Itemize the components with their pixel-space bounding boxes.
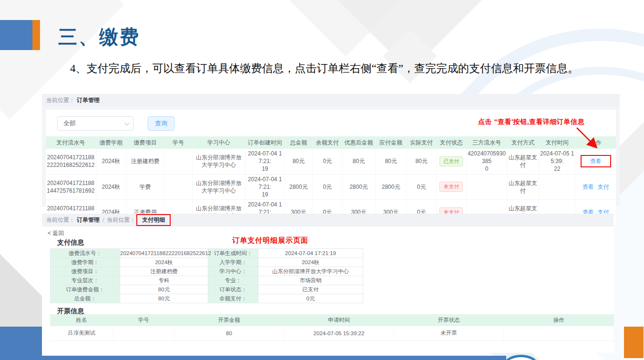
- table-cell: 山东超星支付: [507, 149, 539, 174]
- detail-label: 订单状态：: [208, 285, 258, 294]
- order-management-screenshot: 当前位置： 订单管理 全部 查询 支付流水号缴费学期缴费项目学号学习中心订单创建…: [42, 94, 620, 206]
- column-header: 支付状态: [436, 136, 466, 149]
- detail-row: 缴费流水号：202407041721188222201682522612订单生成…: [51, 249, 363, 258]
- table-cell: 202407041721188222201682522612: [46, 149, 96, 174]
- column-header: 开票状态: [394, 314, 504, 326]
- table-cell: 0元: [313, 174, 342, 200]
- column-header: 缴费项目: [126, 136, 164, 149]
- table-cell: 2024-07-05 15:39:22: [284, 326, 394, 340]
- detail-row: 缴费学期：2024秋入学学期：2024秋: [51, 258, 363, 267]
- table-cell: 2800元: [375, 174, 407, 200]
- cell-line: 山东分部淄博开放: [193, 179, 245, 187]
- detail-label: 缴费项目：: [51, 267, 120, 276]
- column-header: 操作: [575, 136, 616, 149]
- table-cell: 2024-07-05 15:39:22: [539, 149, 575, 174]
- column-header: 操作: [504, 314, 614, 326]
- table-cell: [467, 174, 507, 200]
- table-cell: 已支付: [436, 149, 466, 174]
- detail-value: 专科: [120, 276, 208, 285]
- column-header: 学习中心: [192, 136, 245, 149]
- chevron-down-icon: [124, 120, 130, 125]
- table-cell: 80: [174, 326, 284, 340]
- table-cell: 202407041721188144725761781692: [46, 174, 96, 200]
- detail-label: 订单缴费金额：: [51, 285, 120, 294]
- detail-label: 订单生成时间：: [208, 249, 258, 258]
- table-cell: 未支付: [436, 174, 466, 200]
- detail-value: 山东分部淄博开放大学学习中心: [258, 267, 363, 276]
- background-diamond: [235, 0, 457, 56]
- action-link-查看[interactable]: 查看: [583, 184, 594, 190]
- back-link[interactable]: < 返回: [48, 229, 64, 237]
- breadcrumb-current-highlighted[interactable]: 支付明细: [136, 214, 171, 226]
- column-header: 支付时间: [539, 136, 575, 149]
- cell-line: 144725761781692: [46, 187, 95, 195]
- table-cell: 80元: [407, 149, 436, 174]
- table-cell: 80元: [342, 149, 375, 174]
- breadcrumb-order-management[interactable]: 订单管理: [77, 216, 100, 224]
- footer-blue-bar: [0, 356, 506, 360]
- cell-line: 222201682522612: [46, 161, 95, 169]
- table-row: 2024070417211881447257617816922024秋学费山东分…: [46, 174, 616, 200]
- table-cell: 山东超星支付: [507, 174, 539, 200]
- table-cell: 80元: [285, 149, 313, 174]
- order-type-select[interactable]: 全部: [57, 116, 133, 131]
- action-link-查看[interactable]: 查看: [590, 158, 602, 165]
- column-header: 总金额: [285, 136, 313, 149]
- detail-label: 总金额：: [51, 294, 120, 303]
- detail-value: 2024秋: [258, 258, 363, 267]
- action-link-支付[interactable]: 支付: [598, 184, 609, 190]
- table-cell: 学费: [126, 174, 164, 200]
- status-badge: 未支付: [440, 182, 463, 192]
- footer-logo-arc: [504, 355, 538, 360]
- invoice-header-row: 姓名学号开票金额申请时间开票状态操作: [50, 314, 614, 326]
- table-cell: 山东分部淄博开放大学学习中心: [192, 174, 245, 200]
- column-header: 优惠后金额: [342, 136, 375, 149]
- column-header: 应付金额: [375, 136, 407, 149]
- presentation-slide: 三、缴费 4、支付完成后，可以查看订单具体缴费信息，点击订单栏右侧“查看”，查完…: [0, 0, 644, 360]
- table-cell: 80元: [375, 149, 407, 174]
- annotation-click-view: 点击 “查看'按钮,查看详细订单信息: [478, 118, 584, 126]
- breadcrumb: 当前位置： 订单管理: [42, 94, 620, 107]
- detail-value: 0元: [258, 294, 363, 303]
- payment-info-table: 缴费流水号：202407041721188222201682522612订单生成…: [50, 248, 363, 303]
- column-header: 三方流水号: [467, 136, 507, 149]
- table-row: 2024070417211882222016825226122024秋注册建档费…: [46, 149, 616, 174]
- cell-line: 2024-07-04 17:21:: [246, 150, 284, 165]
- query-button[interactable]: 查询: [148, 116, 174, 131]
- detail-row: 专业层次：专科专业：市场营销: [51, 276, 363, 285]
- detail-label: 缴费流水号：: [51, 249, 120, 258]
- cell-line: 19: [246, 165, 284, 173]
- cell-line: 202407041721188: [46, 154, 95, 161]
- slide-title: 三、缴费: [58, 24, 140, 50]
- table-cell: 2800元: [285, 174, 313, 200]
- breadcrumb-current[interactable]: 订单管理: [77, 96, 100, 104]
- footer-orange-block: [624, 327, 644, 358]
- title-accent-blue-block: [0, 20, 32, 50]
- detail-value: 注册建档费: [120, 267, 208, 276]
- column-header: 缴费学期: [96, 136, 126, 149]
- cell-line: 2024-07-05 15:39:: [540, 150, 575, 165]
- column-header: 支付流水号: [46, 136, 96, 149]
- detail-value: 80元: [120, 285, 208, 294]
- table-cell: 2800元: [342, 174, 375, 200]
- table-cell: 4202407059303850: [467, 149, 507, 174]
- cell-line: 山东分部淄博开放: [193, 154, 245, 161]
- cell-line: 19: [246, 191, 284, 198]
- table-cell: [164, 149, 193, 174]
- column-header: 申请时间: [284, 314, 394, 326]
- cell-line: 2024-07-04 17:21:: [246, 175, 284, 191]
- detail-value: 市场营销: [258, 276, 363, 285]
- cell-line: 山东分部淄博开放: [193, 205, 245, 212]
- detail-label: 缴费学期：: [51, 258, 120, 267]
- table-cell: 山东分部淄博开放大学学习中心: [192, 149, 245, 174]
- column-header: 学号: [164, 136, 193, 149]
- annotation-detail-page: 订单支付明细展示页面: [232, 236, 308, 245]
- orders-table: 支付流水号缴费学期缴费项目学号学习中心订单创建时间总金额余额支付优惠后金额应付金…: [46, 136, 616, 226]
- detail-label: 余额支付：: [208, 294, 258, 303]
- detail-row: 订单缴费金额：80元订单状态：已支付: [51, 285, 363, 294]
- detail-value: 2024-07-04 17:21:19: [258, 249, 363, 258]
- invoice-table: 姓名学号开票金额申请时间开票状态操作 吕淳美测试802024-07-05 15:…: [50, 314, 614, 341]
- detail-label: 专业层次：: [51, 276, 120, 285]
- cell-line: 大学学习中心: [193, 161, 245, 169]
- detail-value: 2024秋: [120, 258, 208, 267]
